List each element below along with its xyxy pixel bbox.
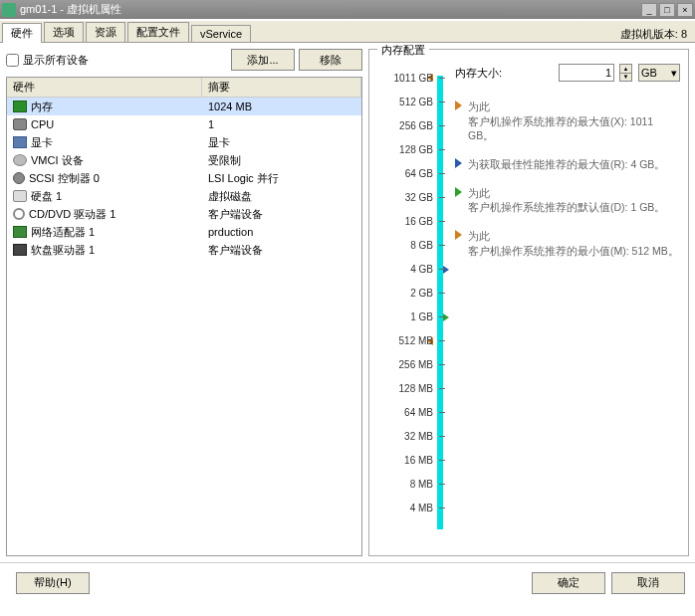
hw-name: SCSI 控制器 0 — [29, 171, 100, 186]
scale-tick: 128 GB — [377, 137, 439, 161]
add-button[interactable]: 添加... — [231, 49, 295, 71]
scale-tick: 8 MB — [377, 472, 439, 496]
show-all-devices-label: 显示所有设备 — [23, 53, 89, 68]
table-row[interactable]: 软盘驱动器 1客户端设备 — [7, 241, 361, 259]
hw-summary: 1 — [202, 118, 361, 130]
minimize-button[interactable]: _ — [641, 3, 657, 17]
memory-note: 为此客户机操作系统推荐的默认值(D): 1 GB。 — [455, 186, 680, 215]
window-title: gm01-1 - 虚拟机属性 — [20, 2, 639, 17]
memory-note: 为此客户机操作系统推荐的最大值(X): 1011 GB。 — [455, 100, 680, 143]
video-icon — [13, 136, 27, 148]
chevron-down-icon: ▾ — [671, 67, 677, 80]
scale-tick: 64 MB — [377, 400, 439, 424]
show-all-devices-checkbox[interactable]: 显示所有设备 — [6, 53, 89, 68]
scale-tick: 32 GB — [377, 185, 439, 209]
table-row[interactable]: CPU1 — [7, 115, 361, 133]
floppy-icon — [13, 244, 27, 256]
scale-tick: 1011 GB — [377, 66, 439, 90]
memory-size-row: 内存大小: ▲ ▼ GB ▾ — [455, 64, 680, 82]
tab-bar: 硬件 选项 资源 配置文件 vService 虚拟机版本: 8 — [0, 21, 695, 43]
hw-name: 网络适配器 1 — [31, 225, 95, 240]
header-summary[interactable]: 摘要 — [202, 78, 361, 97]
scale-tick: 8 GB — [377, 233, 439, 257]
table-row[interactable]: 显卡显卡 — [7, 133, 361, 151]
memory-size-spinner[interactable]: ▲ ▼ — [619, 64, 632, 82]
cd-icon — [13, 208, 25, 220]
tab-vservice[interactable]: vService — [191, 25, 251, 42]
table-row[interactable]: 硬盘 1虚拟磁盘 — [7, 187, 361, 205]
show-all-devices-input[interactable] — [6, 54, 19, 67]
marker-orange-icon — [455, 230, 462, 240]
disk-icon — [13, 190, 27, 202]
hardware-table: 硬件 摘要 内存1024 MBCPU1显卡显卡VMCI 设备受限制SCSI 控制… — [6, 77, 362, 556]
tab-options[interactable]: 选项 — [44, 22, 84, 42]
scale-tick: 1 GB — [377, 305, 439, 328]
scale-tick: 4 GB — [377, 257, 439, 281]
table-row[interactable]: 内存1024 MB — [7, 98, 361, 115]
table-row[interactable]: SCSI 控制器 0LSI Logic 并行 — [7, 169, 361, 187]
hw-name: CPU — [31, 118, 54, 130]
hw-summary: 显卡 — [202, 135, 361, 150]
hw-name: 软盘驱动器 1 — [31, 243, 95, 258]
hardware-table-header: 硬件 摘要 — [7, 78, 361, 98]
cpu-icon — [13, 118, 27, 130]
mem-icon — [13, 101, 27, 112]
hw-name: VMCI 设备 — [31, 153, 84, 168]
scale-tick: 64 GB — [377, 161, 439, 185]
scale-tick: 512 MB — [377, 328, 439, 352]
hw-summary: 客户端设备 — [202, 207, 361, 222]
scale-tick: 16 GB — [377, 209, 439, 233]
scale-tick: 32 MB — [377, 424, 439, 448]
help-button[interactable]: 帮助(H) — [16, 572, 90, 594]
scale-tick: 256 GB — [377, 113, 439, 137]
scale-tick: 128 MB — [377, 376, 439, 400]
scale-tick: 4 MB — [377, 496, 439, 519]
memory-config-panel: 内存配置 1011 GB512 GB256 GB128 GB64 GB32 GB… — [368, 49, 689, 556]
hw-name: 硬盘 1 — [31, 189, 62, 204]
memory-size-label: 内存大小: — [455, 66, 502, 81]
scale-tick: 256 MB — [377, 352, 439, 376]
header-hardware[interactable]: 硬件 — [7, 78, 202, 97]
remove-button[interactable]: 移除 — [299, 49, 362, 71]
hw-summary: 虚拟磁盘 — [202, 189, 361, 204]
cancel-button[interactable]: 取消 — [611, 572, 685, 594]
vm-version-label: 虚拟机版本: 8 — [620, 27, 693, 42]
marker-blue-icon — [455, 158, 462, 168]
close-button[interactable]: × — [677, 3, 693, 17]
memory-size-input[interactable] — [559, 64, 614, 82]
tab-hardware[interactable]: 硬件 — [2, 23, 42, 43]
dialog-footer: 帮助(H) 确定 取消 — [0, 562, 695, 602]
nic-icon — [13, 226, 27, 238]
scsi-icon — [13, 172, 25, 184]
scale-tick: 512 GB — [377, 90, 439, 113]
hw-name: 内存 — [31, 100, 53, 114]
marker-green-icon — [455, 187, 462, 197]
tab-profile[interactable]: 配置文件 — [127, 22, 189, 42]
spinner-up[interactable]: ▲ — [620, 65, 631, 74]
hw-summary: 1024 MB — [202, 101, 361, 112]
table-row[interactable]: CD/DVD 驱动器 1客户端设备 — [7, 205, 361, 223]
scale-tick: 16 MB — [377, 448, 439, 472]
hw-summary: LSI Logic 并行 — [202, 171, 361, 186]
scale-tick: 2 GB — [377, 281, 439, 305]
tab-resources[interactable]: 资源 — [86, 22, 125, 42]
table-row[interactable]: 网络适配器 1prduction — [7, 223, 361, 241]
vmci-icon — [13, 154, 27, 166]
memory-unit-value: GB — [641, 67, 657, 79]
hw-name: 显卡 — [31, 135, 53, 150]
spinner-down[interactable]: ▼ — [620, 74, 631, 82]
memory-note: 为此客户机操作系统推荐的最小值(M): 512 MB。 — [455, 229, 680, 258]
app-icon — [2, 3, 16, 17]
memory-note: 为获取最佳性能推荐的最大值(R): 4 GB。 — [455, 157, 680, 172]
titlebar: gm01-1 - 虚拟机属性 _ □ × — [0, 0, 695, 19]
table-row[interactable]: VMCI 设备受限制 — [7, 151, 361, 169]
memory-unit-select[interactable]: GB ▾ — [638, 64, 680, 82]
memory-config-legend: 内存配置 — [377, 43, 429, 58]
memory-scale: 1011 GB512 GB256 GB128 GB64 GB32 GB16 GB… — [377, 60, 439, 547]
maximize-button[interactable]: □ — [659, 3, 675, 17]
hardware-panel: 显示所有设备 添加... 移除 硬件 摘要 内存1024 MBCPU1显卡显卡V… — [6, 49, 362, 556]
hw-name: CD/DVD 驱动器 1 — [29, 207, 116, 222]
ok-button[interactable]: 确定 — [532, 572, 605, 594]
hw-summary: 受限制 — [202, 153, 361, 168]
hw-summary: 客户端设备 — [202, 243, 361, 258]
